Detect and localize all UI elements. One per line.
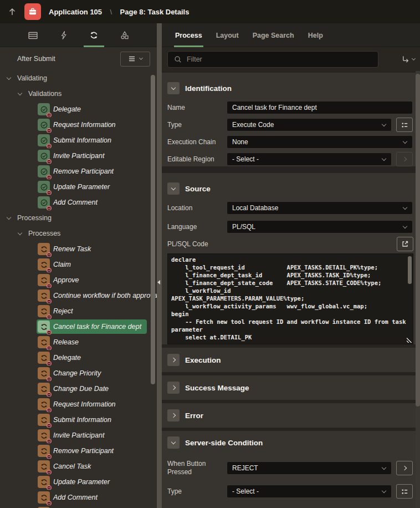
name-input-wrap [227, 101, 413, 114]
tree-node-request-information[interactable]: Request Information [0, 117, 157, 133]
tree-node-cancel-task[interactable]: Cancel Task [0, 459, 157, 474]
tree-node-change-priority[interactable]: Change Priority [0, 365, 157, 381]
tab-rendering[interactable] [18, 23, 48, 47]
tree-node-update-parameter[interactable]: Update Parameter [0, 179, 157, 195]
chevron-down-icon [6, 78, 12, 79]
tree-menu-button[interactable] [120, 52, 150, 67]
tree-node-invite-participant[interactable]: Invite Participant [0, 428, 157, 443]
chevron-down-icon [139, 56, 143, 60]
execution-chain-select[interactable]: None [227, 135, 413, 149]
tree-node-processing[interactable]: Processing [0, 210, 157, 226]
collapse-left-icon[interactable] [157, 280, 160, 285]
panel-scrollbar-track[interactable] [416, 71, 420, 508]
go-up-icon[interactable] [0, 7, 24, 16]
tab-process[interactable]: Process [175, 23, 202, 47]
expand-section-button[interactable] [167, 354, 180, 366]
go-to-menu-button[interactable] [399, 53, 417, 66]
plsql-code-editor[interactable]: declare l_tool_request_id APEX_TASKS.DET… [167, 253, 413, 344]
tree-node-remove-participant[interactable]: Remove Participant [0, 164, 157, 179]
section-success-message-header[interactable]: Success Message [162, 375, 416, 400]
tree-node-validating[interactable]: Validating [0, 70, 157, 86]
expand-section-button[interactable] [167, 382, 180, 394]
tree-node-label: Invite Participant [53, 431, 104, 439]
tree-node-label: Delegate [53, 105, 81, 113]
location-select[interactable]: Local Database [227, 201, 413, 215]
tree-node-delegate[interactable]: Delegate [0, 350, 157, 365]
when-button-pressed-select[interactable]: REJECT [227, 461, 392, 475]
code-editor-resize-grip[interactable] [407, 338, 412, 343]
condition-type-select[interactable]: - Select - [227, 485, 392, 498]
tree-node-submit-information[interactable]: Submit Information [0, 133, 157, 148]
chevron-down-icon [382, 121, 386, 126]
tab-processing[interactable] [79, 23, 109, 47]
panel-splitter[interactable] [157, 23, 162, 508]
section-server-side-condition-header[interactable]: Server-side Condition [162, 431, 416, 454]
condition-type-quick-pick-button[interactable] [396, 484, 413, 499]
tree-node-reject[interactable]: Reject [0, 303, 157, 319]
filter-search-box[interactable] [167, 51, 378, 68]
section-error-header[interactable]: Error [162, 403, 416, 428]
code-scrollbar-thumb[interactable] [408, 256, 412, 284]
tree-node-add-comment[interactable]: Add Comment [0, 490, 157, 505]
code-editor-expand-button[interactable] [397, 237, 413, 251]
tab-shared-components[interactable] [109, 23, 140, 47]
condition-badge-icon [47, 159, 52, 164]
process-refresh-icon [38, 460, 50, 473]
tree-node-request-information[interactable]: Request Information [0, 397, 157, 412]
tab-help[interactable]: Help [308, 23, 323, 47]
type-quick-pick-button[interactable] [396, 118, 413, 132]
condition-badge-icon [47, 392, 52, 397]
tree-node-invite-participant[interactable]: Invite Participant [0, 148, 157, 164]
process-refresh-icon [38, 429, 50, 441]
editable-region-select[interactable]: - Select - [227, 153, 392, 166]
tree-node-remove-participant[interactable]: Remove Participant [0, 443, 157, 459]
collapse-section-button[interactable] [167, 182, 180, 195]
breadcrumb-app[interactable]: Application 105 [49, 8, 102, 16]
tree-node-partial[interactable] [0, 505, 157, 508]
select-value: None [232, 138, 248, 146]
field-editable-region: Editable Region - Select - [167, 152, 413, 166]
tree-node-renew-task[interactable]: Renew Task [0, 241, 157, 257]
name-input[interactable] [232, 104, 407, 111]
panel-scrollbar-thumb[interactable] [416, 74, 420, 407]
section-identification: Identification Name Type Execute Code [162, 73, 416, 166]
tab-layout[interactable]: Layout [216, 23, 239, 47]
toolbar-row: Process Layout Page Search Help [0, 23, 420, 47]
type-select[interactable]: Execute Code [227, 118, 392, 131]
tree-node-cancel-task-for-finance-dept[interactable]: Cancel task for Finance dept [0, 319, 157, 334]
button-goto-button[interactable] [396, 461, 413, 475]
section-title: Server-side Condition [185, 439, 263, 447]
section-server-side-condition: Server-side Condition When Button Presse… [162, 431, 416, 508]
tree-node-approve[interactable]: Approve [0, 272, 157, 288]
tree-node-add-comment[interactable]: Add Comment [0, 195, 157, 210]
language-select[interactable]: PL/SQL [227, 220, 413, 233]
tab-page-search[interactable]: Page Search [253, 23, 294, 47]
tree-node-update-parameter[interactable]: Update Parameter [0, 474, 157, 490]
field-label: Execution Chain [167, 138, 227, 146]
process-refresh-icon [38, 398, 50, 410]
tree-node-label: Remove Participant [53, 167, 114, 175]
application-icon[interactable] [24, 3, 41, 20]
tree-node-processes[interactable]: Processes [0, 226, 157, 241]
filter-input[interactable] [182, 55, 378, 64]
collapse-section-button[interactable] [167, 82, 180, 94]
tab-dynamic-actions[interactable] [48, 23, 79, 47]
expand-section-button[interactable] [167, 409, 180, 421]
tree-node-continue-workflow-if-both-approva[interactable]: Continue workflow if both approva [0, 288, 157, 303]
editable-region-goto-button[interactable] [396, 152, 413, 166]
tree-node-submit-information[interactable]: Submit Information [0, 412, 157, 428]
field-type: Type Execute Code [167, 118, 413, 132]
process-refresh-icon [38, 336, 50, 348]
section-identification-header[interactable]: Identification [162, 73, 416, 101]
tree-node-change-due-date[interactable]: Change Due Date [0, 381, 157, 397]
section-source-header[interactable]: Source [162, 173, 416, 201]
tree-node-label: Add Comment [53, 494, 98, 501]
tree-scrollbar-thumb[interactable] [151, 75, 155, 384]
tree-node-claim[interactable]: Claim [0, 257, 157, 272]
tree-node-delegate[interactable]: Delegate [0, 101, 157, 117]
section-execution-header[interactable]: Execution [162, 348, 416, 372]
tree-node-validations[interactable]: Validations [0, 86, 157, 101]
tree-node-label: Continue workflow if both approva [53, 292, 157, 299]
collapse-section-button[interactable] [167, 436, 180, 449]
tree-node-release[interactable]: Release [0, 334, 157, 350]
